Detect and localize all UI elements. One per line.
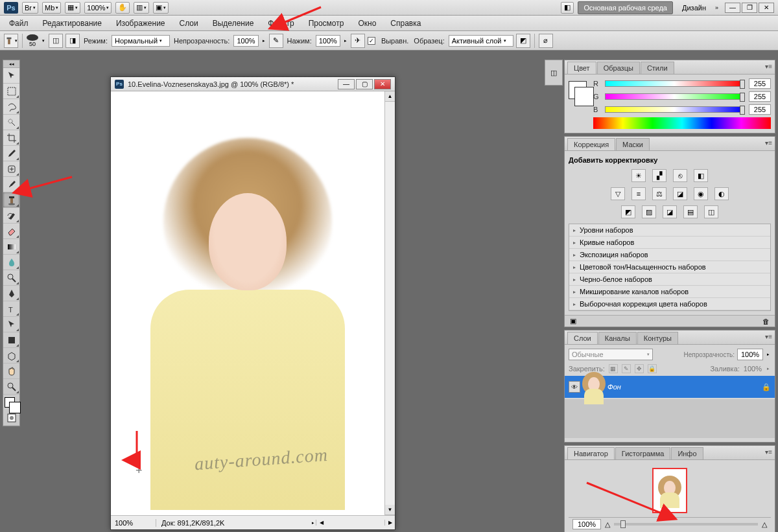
opacity-slider-icon[interactable]: ▸ bbox=[261, 38, 266, 43]
pressure-size-toggle[interactable]: ⌀ bbox=[539, 34, 553, 48]
hand-tool[interactable] bbox=[3, 364, 19, 379]
adj-gradient-map-icon[interactable]: ▤ bbox=[683, 205, 698, 218]
menu-filter[interactable]: Фильтр bbox=[268, 19, 294, 28]
vertical-scrollbar[interactable]: ▲ ▼ bbox=[384, 91, 395, 515]
marquee-tool[interactable] bbox=[3, 84, 19, 99]
layer-opacity-field[interactable]: 100% bbox=[737, 349, 763, 360]
status-zoom[interactable]: 100% bbox=[111, 519, 156, 527]
canvas[interactable]: auty-around.com + bbox=[111, 91, 384, 515]
panel-menu-icon[interactable]: ▾≡ bbox=[765, 139, 772, 146]
navigator-zoom-slider[interactable] bbox=[614, 523, 758, 526]
lock-all-icon[interactable]: 🔒 bbox=[648, 364, 657, 373]
brush-picker-dropdown[interactable]: ▾ bbox=[41, 38, 46, 43]
b-slider[interactable] bbox=[605, 106, 744, 113]
cs-live-icon[interactable]: ◧ bbox=[561, 2, 574, 14]
preset-item[interactable]: Выборочная коррекция цвета наборов bbox=[569, 298, 770, 310]
blur-tool[interactable] bbox=[3, 255, 19, 270]
hscroll-right-icon[interactable]: ▶ bbox=[384, 520, 395, 526]
lock-transparent-icon[interactable]: ▦ bbox=[609, 364, 618, 373]
healing-brush-tool[interactable] bbox=[3, 161, 19, 177]
flow-field[interactable]: 100% bbox=[316, 35, 340, 47]
eraser-tool[interactable] bbox=[3, 224, 19, 239]
arrange-documents-button[interactable]: ▥ bbox=[134, 2, 149, 14]
adj-levels-icon[interactable]: ▞ bbox=[652, 169, 666, 182]
aligned-checkbox[interactable]: ✓ bbox=[368, 37, 375, 45]
gradient-tool[interactable] bbox=[3, 239, 19, 255]
window-minimize-button[interactable]: — bbox=[725, 3, 740, 13]
tab-paths[interactable]: Контуры bbox=[637, 332, 678, 344]
brush-tool[interactable] bbox=[3, 177, 19, 192]
tab-histogram[interactable]: Гистограмма bbox=[615, 447, 671, 459]
layer-fill-field[interactable]: 100% bbox=[744, 365, 762, 373]
color-swatches[interactable] bbox=[3, 395, 19, 410]
layer-name[interactable]: Фон bbox=[607, 383, 757, 391]
adj-posterize-icon[interactable]: ▨ bbox=[642, 205, 656, 218]
adj-footer-right-icon[interactable]: 🗑 bbox=[762, 318, 770, 325]
adj-threshold-icon[interactable]: ◪ bbox=[663, 205, 677, 218]
layer-opacity-slider-icon[interactable]: ▸ bbox=[766, 352, 771, 357]
tab-color[interactable]: Цвет bbox=[567, 62, 596, 74]
b-value[interactable]: 255 bbox=[749, 104, 771, 115]
preset-item[interactable]: Черно-белое наборов bbox=[569, 273, 770, 286]
navigator-thumbnail[interactable] bbox=[652, 468, 687, 513]
3d-tool[interactable] bbox=[3, 348, 19, 364]
preset-item[interactable]: Уровни наборов bbox=[569, 224, 770, 237]
quick-mask-toggle[interactable] bbox=[3, 410, 19, 426]
lasso-tool[interactable] bbox=[3, 99, 19, 115]
document-titlebar[interactable]: Ps 10.Evelina-Voznesenskaya3.jpg @ 100% … bbox=[111, 77, 395, 91]
preset-item[interactable]: Кривые наборов bbox=[569, 237, 770, 249]
history-brush-tool[interactable] bbox=[3, 208, 19, 224]
sample-select[interactable]: Активный слой bbox=[449, 35, 513, 47]
window-restore-button[interactable]: ❐ bbox=[742, 3, 757, 13]
menu-help[interactable]: Справка bbox=[390, 19, 421, 28]
doc-close-button[interactable]: ✕ bbox=[374, 79, 391, 89]
zoom-level-field[interactable]: 100% bbox=[84, 2, 112, 14]
scroll-down-icon[interactable]: ▼ bbox=[385, 505, 395, 515]
navigator-zoom-out-icon[interactable]: △ bbox=[605, 520, 610, 529]
layer-fill-slider-icon[interactable]: ▸ bbox=[766, 366, 771, 371]
workspace-design-button[interactable]: Дизайн bbox=[677, 1, 711, 14]
brush-panel-toggle[interactable]: ◫ bbox=[49, 34, 63, 48]
preset-item[interactable]: Цветовой тон/Насыщенность наборов bbox=[569, 261, 770, 273]
adj-vibrance-icon[interactable]: ▽ bbox=[611, 187, 625, 200]
adj-footer-left-icon[interactable]: ▣ bbox=[570, 317, 576, 325]
lock-pixels-icon[interactable]: ✎ bbox=[622, 364, 631, 373]
tab-adjustments[interactable]: Коррекция bbox=[567, 138, 615, 150]
g-value[interactable]: 255 bbox=[749, 91, 771, 102]
adj-exposure-icon[interactable]: ◧ bbox=[694, 169, 708, 182]
layer-visibility-icon[interactable]: 👁 bbox=[569, 381, 580, 393]
status-info-menu-icon[interactable]: ▸ bbox=[311, 520, 316, 526]
dodge-tool[interactable] bbox=[3, 270, 19, 286]
tab-info[interactable]: Инфо bbox=[671, 447, 703, 459]
view-extras-button[interactable]: ▦ bbox=[65, 2, 80, 14]
zoom-tool[interactable] bbox=[3, 379, 19, 395]
menu-window[interactable]: Окно bbox=[358, 19, 376, 28]
adj-selective-icon[interactable]: ◫ bbox=[704, 205, 718, 218]
tab-navigator[interactable]: Навигатор bbox=[567, 447, 615, 459]
adj-invert-icon[interactable]: ◩ bbox=[621, 205, 635, 218]
adj-brightness-icon[interactable]: ☀ bbox=[631, 169, 646, 182]
crop-tool[interactable] bbox=[3, 130, 19, 146]
workspace-more-icon[interactable]: » bbox=[715, 5, 717, 11]
adj-hue-icon[interactable]: ≡ bbox=[631, 187, 646, 200]
color-ramp[interactable] bbox=[593, 117, 771, 129]
ignore-adjustment-toggle[interactable]: ◩ bbox=[516, 34, 530, 48]
preset-item[interactable]: Микширование каналов наборов bbox=[569, 286, 770, 298]
tab-styles[interactable]: Стили bbox=[641, 62, 674, 74]
pen-tool[interactable] bbox=[3, 286, 19, 301]
move-tool[interactable] bbox=[3, 68, 19, 84]
opacity-pressure-toggle[interactable]: ✎ bbox=[269, 34, 283, 48]
workspace-main-button[interactable]: Основная рабочая среда bbox=[578, 1, 673, 14]
eyedropper-tool[interactable] bbox=[3, 146, 19, 161]
tab-channels[interactable]: Каналы bbox=[598, 332, 637, 344]
screen-mode-button[interactable]: ▣ bbox=[153, 2, 169, 14]
menu-edit[interactable]: Редактирование bbox=[43, 19, 102, 28]
clone-stamp-tool[interactable] bbox=[3, 192, 19, 208]
menu-layer[interactable]: Слои bbox=[180, 19, 198, 28]
opacity-field[interactable]: 100% bbox=[233, 35, 258, 47]
adj-photo-filter-icon[interactable]: ◉ bbox=[694, 187, 708, 200]
menu-select[interactable]: Выделение bbox=[213, 19, 254, 28]
hand-tool-shortcut[interactable]: ✋ bbox=[115, 2, 130, 14]
menu-image[interactable]: Изображение bbox=[116, 19, 165, 28]
tab-layers[interactable]: Слои bbox=[567, 332, 598, 344]
